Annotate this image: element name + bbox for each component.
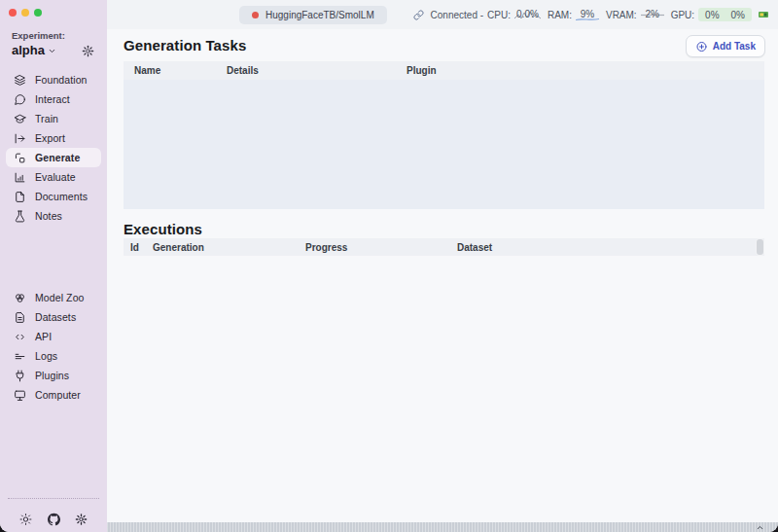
document-icon: [14, 191, 26, 203]
column-header-generation: Generation: [153, 242, 305, 253]
export-arrow-icon: [14, 132, 26, 145]
add-task-button[interactable]: Add Task: [686, 35, 765, 57]
bar-chart-icon: [14, 171, 26, 184]
sidebar-item-label: Export: [35, 132, 65, 144]
executions-scrollbar-thumb[interactable]: [757, 239, 763, 255]
graduation-cap-icon: [14, 113, 26, 125]
column-header-plugin: Plugin: [407, 65, 437, 76]
sidebar-item-label: Model Zoo: [35, 292, 85, 303]
cpu-sparkline: 0.0%: [514, 9, 541, 21]
sidebar-item-label: Documents: [35, 191, 88, 202]
flask-icon: [14, 210, 26, 223]
sidebar-item-label: Interact: [35, 93, 70, 105]
sidebar-item-notes[interactable]: Notes: [6, 206, 101, 226]
sidebar-item-train[interactable]: Train: [6, 109, 101, 128]
generation-tasks-table-header: Name Details Plugin: [124, 61, 764, 80]
sidebar-item-generate[interactable]: Generate: [6, 148, 101, 167]
traffic-lights: [9, 9, 42, 17]
sidebar-item-label: Train: [35, 113, 58, 124]
plug-icon: [14, 370, 26, 382]
sidebar: Experiment: alpha Foundation Interact Tr…: [0, 0, 107, 532]
cpu-value: 0.0%: [516, 9, 539, 19]
vram-sparkline: 2%: [641, 9, 664, 21]
column-header-id: Id: [130, 242, 153, 253]
sidebar-item-label: Evaluate: [35, 171, 76, 183]
current-model-pill[interactable]: HuggingFaceTB/SmolLM: [239, 6, 387, 24]
column-header-details: Details: [227, 65, 407, 76]
generation-tasks-title: Generation Tasks: [124, 37, 246, 53]
model-status-dot-icon: [252, 12, 259, 18]
settings-gear-icon[interactable]: [75, 513, 88, 526]
sidebar-item-logs[interactable]: Logs: [6, 346, 101, 366]
experiment-label: Experiment:: [12, 30, 65, 41]
generation-tasks-table-body-empty: [124, 80, 764, 209]
gpu-value-1: 0%: [705, 10, 719, 20]
plus-circle-icon: [695, 41, 708, 53]
sidebar-item-label: Computer: [35, 389, 81, 401]
executions-table-header: Id Generation Progress Dataset: [124, 238, 764, 256]
sidebar-item-computer[interactable]: Computer: [6, 385, 101, 405]
model-zoo-icon: [14, 292, 26, 304]
sidebar-item-evaluate[interactable]: Evaluate: [6, 167, 101, 187]
experiment-selector[interactable]: alpha: [12, 43, 56, 57]
ram-sparkline: 9%: [576, 9, 599, 21]
sidebar-divider: [8, 498, 99, 499]
chat-bubble-icon: [14, 93, 26, 106]
zoom-window-button[interactable]: [34, 9, 42, 17]
gpu-card-icon: [758, 9, 769, 20]
minimize-window-button[interactable]: [21, 9, 29, 17]
logs-icon: [14, 350, 26, 363]
github-icon[interactable]: [48, 513, 60, 526]
monitor-icon: [14, 389, 26, 402]
chevron-down-icon: [48, 47, 56, 55]
generate-icon: [14, 152, 26, 164]
ram-label: RAM:: [548, 10, 572, 20]
vram-value: 2%: [645, 9, 658, 19]
sidebar-item-foundation[interactable]: Foundation: [6, 70, 101, 89]
gpu-usage-chip: 0% 0%: [698, 8, 752, 21]
connection-link-icon: [413, 10, 424, 20]
close-window-button[interactable]: [9, 9, 17, 17]
file-text-icon: [14, 311, 26, 324]
experiment-settings-gear-icon[interactable]: [82, 45, 94, 57]
sidebar-item-label: Notes: [35, 210, 62, 222]
layers-icon: [14, 74, 26, 87]
system-stats: Connected - CPU: 0.0% RAM: 9% VRAM: 2% G…: [413, 0, 769, 29]
code-brackets-icon: [14, 331, 26, 343]
app-window: Experiment: alpha Foundation Interact Tr…: [0, 0, 778, 532]
top-status-bar: HuggingFaceTB/SmolLM Connected - CPU: 0.…: [107, 0, 778, 29]
theme-sun-icon[interactable]: [19, 513, 32, 526]
sidebar-item-api[interactable]: API: [6, 327, 101, 346]
gpu-value-2: 0%: [731, 10, 745, 20]
sidebar-item-documents[interactable]: Documents: [6, 187, 101, 206]
ram-value: 9%: [581, 9, 594, 19]
connection-status-text: Connected -: [431, 10, 483, 20]
add-task-label: Add Task: [713, 41, 756, 52]
bottom-scroll-strip[interactable]: [107, 522, 778, 532]
sidebar-item-interact[interactable]: Interact: [6, 89, 101, 109]
sidebar-item-plugins[interactable]: Plugins: [6, 366, 101, 385]
sidebar-nav-secondary: Model Zoo Datasets API Logs Plugins Comp…: [6, 288, 101, 405]
sidebar-item-export[interactable]: Export: [6, 128, 101, 148]
sidebar-item-label: Plugins: [35, 370, 69, 381]
sidebar-item-label: Foundation: [35, 74, 88, 86]
sidebar-footer: [0, 513, 107, 526]
executions-title: Executions: [124, 221, 202, 237]
sidebar-item-label: Logs: [35, 350, 57, 362]
sidebar-item-label: Generate: [35, 152, 80, 163]
current-model-name: HuggingFaceTB/SmolLM: [265, 10, 374, 20]
column-header-progress: Progress: [305, 242, 457, 253]
sidebar-nav-primary: Foundation Interact Train Export Generat…: [6, 70, 101, 226]
experiment-name: alpha: [12, 43, 45, 57]
chevron-up-icon[interactable]: [754, 523, 766, 532]
cpu-label: CPU:: [487, 10, 511, 20]
sidebar-item-datasets[interactable]: Datasets: [6, 307, 101, 327]
sidebar-item-label: Datasets: [35, 311, 76, 323]
gpu-label: GPU:: [671, 10, 694, 20]
column-header-name: Name: [134, 65, 227, 76]
vram-label: VRAM:: [606, 10, 637, 20]
column-header-dataset: Dataset: [457, 242, 492, 253]
sidebar-item-label: API: [35, 331, 52, 342]
sidebar-item-model-zoo[interactable]: Model Zoo: [6, 288, 101, 307]
